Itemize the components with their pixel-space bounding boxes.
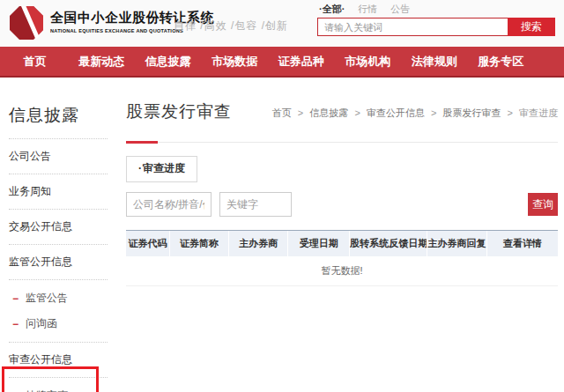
col-broker-reply-date: 主办券商回复日期	[427, 231, 487, 256]
breadcrumb-separator: >	[354, 107, 360, 118]
red-accent-bar	[126, 141, 158, 144]
filter-row: 查询	[126, 191, 558, 218]
nav-item-securities[interactable]: 证券品种	[268, 54, 335, 70]
review-progress-table: 证券代码 证券简称 主办券商 受理日期 股转系统反馈日期 主办券商回复日期 查看…	[126, 230, 558, 286]
nav-item-market-data[interactable]: 市场数据	[202, 54, 269, 70]
sidebar: 信息披露 公司公告 业务周知 交易公开信息 监管公开信息 − 监管公告 − 问询…	[0, 78, 115, 392]
nav-item-info-disclosure[interactable]: 信息披露	[135, 54, 202, 70]
breadcrumb-separator: >	[431, 107, 436, 118]
header-search-area: ·全部· 行情 公告 搜索	[317, 4, 557, 36]
col-neeq-feedback-date: 股转系统反馈日期	[350, 231, 427, 256]
col-sponsor-broker: 主办券商	[229, 231, 288, 256]
company-search-input[interactable]	[126, 192, 212, 217]
sidebar-subitem-inquiry-letters[interactable]: − 问询函	[9, 311, 115, 337]
keyword-input[interactable]	[219, 192, 292, 217]
search-scope-all[interactable]: ·全部·	[319, 3, 345, 16]
nav-item-service-zone[interactable]: 服务专区	[468, 54, 535, 70]
table-header-row: 证券代码 证券简称 主办券商 受理日期 股转系统反馈日期 主办券商回复日期 查看…	[126, 230, 558, 256]
title-divider	[126, 142, 558, 143]
sidebar-subitem-listing-review[interactable]: − 挂牌审查	[9, 383, 115, 392]
breadcrumb: 首页 > 信息披露 > 审查公开信息 > 股票发行审查 > 审查进度	[272, 100, 558, 120]
sidebar-subitem-label: 监管公告	[26, 291, 68, 306]
sidebar-subitem-label: 问询函	[26, 316, 57, 331]
main-panel: 股票发行审查 首页 > 信息披露 > 审查公开信息 > 股票发行审查 > 审查进…	[115, 78, 564, 392]
tab-label: 审查进度	[143, 162, 185, 174]
neeq-logo-icon	[9, 5, 44, 41]
search-scope-announcements[interactable]: 公告	[390, 3, 410, 16]
nav-item-home[interactable]: 首页	[2, 54, 69, 70]
sidebar-item-company-announcements[interactable]: 公司公告	[9, 139, 115, 174]
nav-item-market-institutions[interactable]: 市场机构	[335, 54, 402, 70]
dash-icon: −	[12, 318, 19, 330]
site-header: 全国中小企业股份转让系统 NATIONAL EQUITIES EXCHANGE …	[0, 0, 564, 47]
sidebar-item-business-notices[interactable]: 业务周知	[9, 174, 115, 209]
sidebar-item-regulatory-public-info[interactable]: 监管公开信息	[9, 245, 115, 279]
main-navbar: 首页 最新动态 信息披露 市场数据 证券品种 市场机构 法律规则 服务专区	[0, 47, 564, 78]
query-button[interactable]: 查询	[528, 193, 558, 216]
breadcrumb-separator: >	[508, 107, 513, 118]
col-security-code: 证券代码	[126, 231, 170, 256]
breadcrumb-stock-issuance-review[interactable]: 股票发行审查	[442, 107, 501, 118]
dash-icon: −	[12, 292, 19, 305]
sidebar-subitem-regulatory-announcements[interactable]: − 监管公告	[9, 285, 115, 311]
breadcrumb-separator: >	[298, 107, 303, 118]
search-scope-tabs: ·全部· 行情 公告	[317, 4, 557, 15]
breadcrumb-home[interactable]: 首页	[272, 107, 292, 118]
col-view-details: 查看详情	[487, 231, 558, 256]
table-empty-message: 暂无数据!	[126, 256, 558, 286]
tab-review-progress[interactable]: ·审查进度	[126, 156, 197, 182]
nav-item-legal-rules[interactable]: 法律规则	[401, 54, 468, 70]
breadcrumb-current-review-progress: 审查进度	[519, 107, 558, 118]
header-search-button[interactable]: 搜索	[508, 18, 555, 36]
brand-slogan: 自律 /高效 /包容 /创新	[174, 18, 288, 33]
page-title: 股票发行审查	[126, 100, 232, 123]
breadcrumb-info-disclosure[interactable]: 信息披露	[309, 107, 348, 118]
nav-item-latest-news[interactable]: 最新动态	[69, 54, 136, 70]
title-row: 股票发行审查 首页 > 信息披露 > 审查公开信息 > 股票发行审查 > 审查进…	[126, 78, 558, 123]
col-security-name: 证券简称	[170, 231, 229, 256]
sidebar-subitem-label: 挂牌审查	[26, 388, 68, 392]
breadcrumb-review-public-info[interactable]: 审查公开信息	[367, 107, 425, 118]
search-row: 搜索	[317, 18, 557, 36]
content-area: 信息披露 公司公告 业务周知 交易公开信息 监管公开信息 − 监管公告 − 问询…	[0, 78, 564, 392]
tab-bullet: ·	[138, 162, 142, 174]
sidebar-title: 信息披露	[9, 78, 115, 138]
search-scope-quotes[interactable]: 行情	[358, 3, 377, 16]
header-search-input[interactable]	[317, 18, 508, 36]
sidebar-item-review-public-info[interactable]: 审查公开信息	[9, 343, 115, 377]
neeq-page: 全国中小企业股份转让系统 NATIONAL EQUITIES EXCHANGE …	[0, 0, 564, 392]
sidebar-item-trading-public-info[interactable]: 交易公开信息	[9, 210, 115, 244]
col-acceptance-date: 受理日期	[288, 231, 350, 256]
